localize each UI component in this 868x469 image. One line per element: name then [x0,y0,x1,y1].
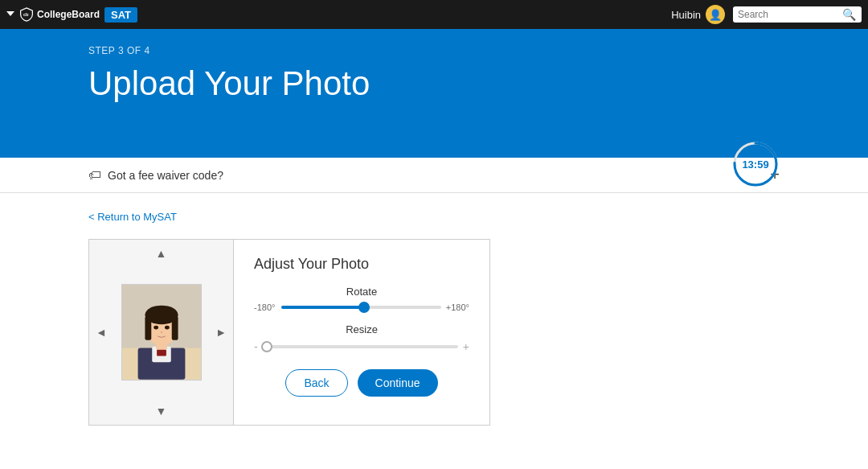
nav-left: cb CollegeBoard SAT [6,7,137,23]
avatar: 👤 [706,5,725,24]
resize-track[interactable] [263,345,458,348]
timer-display: 13:59 [742,158,768,171]
tag-icon: 🏷 [88,168,101,183]
resize-min: - [254,340,258,353]
photo-right-panel: Adjust Your Photo Rotate -180° +180° Res… [234,240,489,425]
fee-waiver-label: Got a fee waiver code? [108,169,223,182]
svg-rect-13 [171,316,178,339]
return-link[interactable]: < Return to MySAT [88,211,177,223]
resize-max: + [463,340,469,353]
arrow-right-icon[interactable]: ► [215,326,227,339]
back-button[interactable]: Back [285,369,347,397]
page-header: STEP 3 OF 4 Upload Your Photo [0,29,868,158]
svg-point-16 [160,331,162,333]
rotate-track[interactable] [281,306,441,309]
avatar-icon: 👤 [709,9,722,21]
photo-frame-wrapper: ◄ [89,284,233,381]
search-input[interactable] [738,9,842,20]
search-box[interactable]: 🔍 [733,6,862,23]
resize-label: Resize [254,323,469,335]
rotate-max: +180° [446,302,469,312]
search-button[interactable]: 🔍 [842,8,856,21]
svg-point-15 [164,326,169,330]
nav-dropdown[interactable] [6,10,14,19]
photo-image [122,285,201,380]
timer-circle: 13:59 [731,140,780,188]
svg-rect-12 [145,316,151,339]
main-content: < Return to MySAT ◄ [0,193,868,442]
arrow-up-icon[interactable] [156,248,167,259]
rotate-slider-row: -180° +180° [254,302,469,312]
arrow-left-icon[interactable]: ◄ [96,326,107,339]
photo-left-panel: ◄ [89,240,234,425]
continue-button[interactable]: Continue [358,369,438,397]
adjust-title: Adjust Your Photo [254,256,469,273]
fee-waiver-bar: 🏷 Got a fee waiver code? + 13:59 [0,158,868,193]
svg-marker-0 [6,11,14,16]
brand-label: CollegeBoard [37,9,100,20]
svg-rect-8 [157,350,166,356]
buttons-row: Back Continue [254,369,469,397]
svg-point-14 [154,326,158,330]
nav-right: Huibin 👤 🔍 [671,5,862,24]
resize-group: Resize - + [254,323,469,353]
resize-thumb[interactable] [261,341,272,352]
rotate-min: -180° [254,302,276,312]
user-name: Huibin [671,9,701,21]
fee-waiver-left: 🏷 Got a fee waiver code? [88,168,223,183]
svg-text:cb: cb [23,12,29,17]
dropdown-arrow-icon [6,10,14,19]
resize-slider-row: - + [254,340,469,353]
photo-frame [121,284,202,381]
user-info: Huibin 👤 [671,5,725,24]
rotate-thumb[interactable] [358,302,370,313]
rotate-label: Rotate [254,286,469,298]
top-nav: cb CollegeBoard SAT Huibin 👤 🔍 [0,0,868,29]
rotate-fill [281,306,364,309]
shield-icon: cb [19,7,34,22]
photo-area: ◄ [88,239,490,426]
sat-badge: SAT [104,7,137,23]
step-label: STEP 3 OF 4 [88,45,780,56]
arrow-down-icon[interactable] [156,405,167,417]
collegeboard-logo: cb CollegeBoard [19,7,100,22]
rotate-group: Rotate -180° +180° [254,286,469,312]
page-title: Upload Your Photo [88,64,780,103]
